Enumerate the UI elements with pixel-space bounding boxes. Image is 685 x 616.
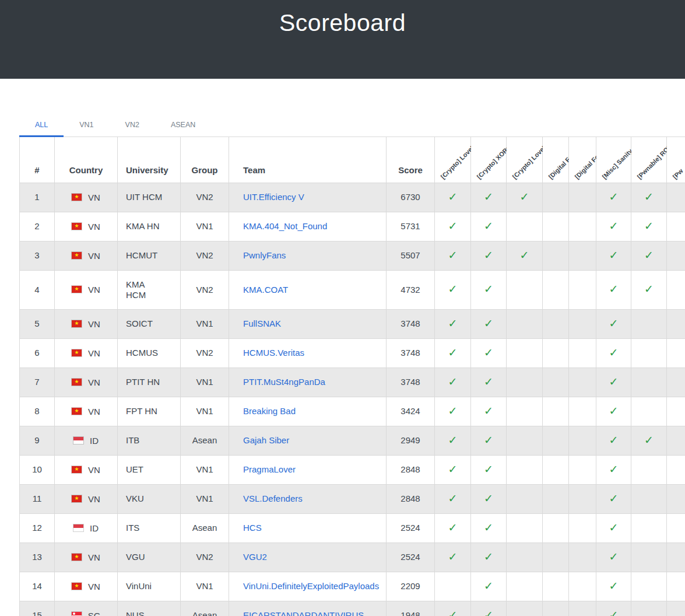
solve-check-icon: ✓ <box>609 249 619 261</box>
solve-check-icon: ✓ <box>484 405 493 417</box>
challenge-solve-cell: ✓ <box>471 572 507 601</box>
solve-check-icon: ✓ <box>609 317 619 330</box>
team-link[interactable]: FullSNAK <box>243 318 281 328</box>
team-cell: KMA.COAT <box>229 270 387 309</box>
challenge-solve-cell <box>543 455 569 484</box>
solve-check-icon: ✓ <box>448 492 458 505</box>
team-link[interactable]: HCS <box>243 523 262 533</box>
team-cell: VSL.Defenders <box>229 484 387 513</box>
rank-cell: 10 <box>20 455 55 484</box>
tab-all[interactable]: ALL <box>19 114 64 136</box>
solve-check-icon: ✓ <box>644 191 654 203</box>
solve-check-icon: ✓ <box>448 283 458 295</box>
group-cell: VN1 <box>181 397 229 426</box>
column-header-label: # <box>34 165 39 175</box>
team-link[interactable]: VSL.Defenders <box>243 494 303 503</box>
score-cell: 3748 <box>387 309 435 338</box>
tab-asean[interactable]: ASEAN <box>155 114 211 136</box>
rank-cell: 3 <box>20 241 55 270</box>
challenge-solve-cell <box>543 309 569 338</box>
challenge-solve-cell: ✓ <box>596 241 631 270</box>
challenge-solve-cell: ✓ <box>507 241 543 270</box>
challenge-solve-cell <box>543 241 569 270</box>
tab-vn1[interactable]: VN1 <box>64 114 109 136</box>
solve-check-icon: ✓ <box>484 580 493 592</box>
solve-check-icon: ✓ <box>484 609 493 616</box>
table-row: 5VNSOICTVN1FullSNAK3748✓✓✓ <box>20 309 685 338</box>
challenge-solve-cell <box>569 309 596 338</box>
country-cell: VN <box>55 183 118 212</box>
column-header-group: Group <box>181 137 229 183</box>
challenge-solve-cell: ✓ <box>435 426 471 455</box>
challenge-solve-cell <box>507 484 543 513</box>
challenge-solve-cell: ✓ <box>435 309 471 338</box>
column-header-team: Team <box>229 137 387 183</box>
team-link[interactable]: Gajah Siber <box>243 435 289 445</box>
challenge-solve-cell: ✓ <box>596 601 631 616</box>
vn-flag-icon <box>72 554 82 561</box>
challenge-solve-cell: ✓ <box>631 212 667 241</box>
challenge-solve-cell <box>569 455 596 484</box>
challenge-solve-cell: ✓ <box>435 601 471 616</box>
score-cell: 1948 <box>387 601 435 616</box>
team-link[interactable]: PwnlyFans <box>243 250 286 260</box>
challenge-solve-cell <box>507 212 543 241</box>
team-link[interactable]: VGU2 <box>243 552 267 562</box>
group-cell: VN1 <box>181 309 229 338</box>
challenge-solve-cell: ✓ <box>435 397 471 426</box>
table-row: 12IDITSAseanHCS2524✓✓✓ <box>20 513 685 542</box>
solve-check-icon: ✓ <box>644 249 654 261</box>
university-cell: KMA HCM <box>118 270 181 309</box>
team-cell: HCS <box>229 513 387 542</box>
vn-flag-icon <box>72 252 82 259</box>
solve-check-icon: ✓ <box>448 609 458 616</box>
team-link[interactable]: UIT.Efficiency V <box>243 192 304 202</box>
solve-check-icon: ✓ <box>484 249 493 261</box>
university-cell: VGU <box>118 542 181 572</box>
score-cell: 6730 <box>387 183 435 212</box>
university-cell: HCMUS <box>118 338 181 368</box>
challenge-solve-cell <box>569 270 596 309</box>
challenge-solve-cell <box>569 572 596 601</box>
challenge-solve-cell: ✓ <box>596 397 631 426</box>
team-link[interactable]: KMA.COAT <box>243 285 288 295</box>
challenge-solve-cell: ✓ <box>596 270 631 309</box>
university-cell: NUS <box>118 601 181 616</box>
challenge-solve-cell: ✓ <box>435 241 471 270</box>
solve-check-icon: ✓ <box>484 522 493 534</box>
solve-check-icon: ✓ <box>609 580 619 592</box>
team-link[interactable]: KMA.404_Not_Found <box>243 221 327 231</box>
team-link[interactable]: Breaking Bad <box>243 406 296 416</box>
challenge-solve-cell <box>507 542 543 572</box>
table-row: 10VNUETVN1PragmaLover2848✓✓✓ <box>20 455 685 484</box>
team-link[interactable]: PTIT.MuSt4ngPanDa <box>243 377 325 387</box>
challenge-solve-cell: ✓ <box>507 183 543 212</box>
challenge-solve-cell <box>631 338 667 368</box>
country-code: VN <box>88 285 100 295</box>
score-cell: 2209 <box>387 572 435 601</box>
tab-vn2[interactable]: VN2 <box>110 114 155 136</box>
challenge-solve-cell: ✓ <box>435 513 471 542</box>
group-cell: VN1 <box>181 455 229 484</box>
team-cell: VinUni.DefinitelyExploitedPayloads <box>229 572 387 601</box>
challenge-solve-cell <box>631 601 667 616</box>
column-header-label: Country <box>69 165 103 175</box>
challenge-solve-cell <box>507 572 543 601</box>
team-link[interactable]: EICARSTANDARDANTIVIRUS <box>243 610 364 616</box>
challenge-solve-cell <box>631 455 667 484</box>
challenge-solve-cell <box>543 338 569 368</box>
team-link[interactable]: PragmaLover <box>243 464 296 474</box>
challenge-solve-cell <box>667 513 685 542</box>
university-cell: SOICT <box>118 309 181 338</box>
country-cell: VN <box>55 212 118 241</box>
team-link[interactable]: VinUni.DefinitelyExploitedPayloads <box>243 581 379 591</box>
country-code: SG <box>88 611 101 616</box>
challenge-solve-cell <box>569 338 596 368</box>
challenge-solve-cell: ✓ <box>471 212 507 241</box>
challenge-solve-cell <box>507 455 543 484</box>
team-link[interactable]: HCMUS.Veritas <box>243 348 304 358</box>
challenge-solve-cell: ✓ <box>435 484 471 513</box>
rank-cell: 6 <box>20 338 55 368</box>
country-cell: VN <box>55 572 118 601</box>
university-cell: ITS <box>118 513 181 542</box>
